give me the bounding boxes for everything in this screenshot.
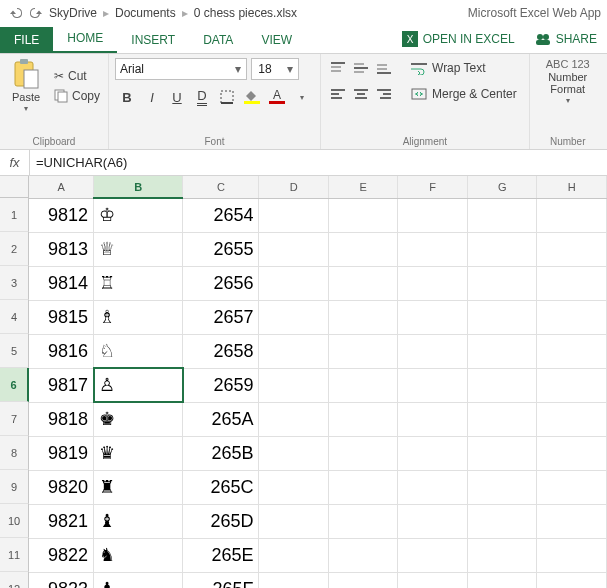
- cell[interactable]: ♟: [94, 572, 183, 588]
- share-button[interactable]: SHARE: [525, 25, 607, 53]
- cut-button[interactable]: ✂ Cut: [52, 68, 102, 84]
- border-button[interactable]: [215, 86, 239, 108]
- cell[interactable]: ♘: [94, 334, 183, 368]
- wrap-text-button[interactable]: Wrap Text: [405, 58, 492, 78]
- cell[interactable]: [537, 402, 607, 436]
- row-header[interactable]: 11: [0, 538, 29, 572]
- cell[interactable]: [467, 368, 537, 402]
- valign-bottom-button[interactable]: [373, 58, 395, 78]
- cell[interactable]: 9819: [29, 436, 93, 470]
- cell[interactable]: [537, 538, 607, 572]
- cell[interactable]: [467, 436, 537, 470]
- halign-right-button[interactable]: [373, 84, 395, 104]
- valign-middle-button[interactable]: [350, 58, 372, 78]
- cell[interactable]: [537, 470, 607, 504]
- cell[interactable]: 9821: [29, 504, 93, 538]
- fill-color-button[interactable]: [240, 86, 264, 108]
- cell[interactable]: 265B: [183, 436, 259, 470]
- open-in-excel-button[interactable]: X OPEN IN EXCEL: [392, 25, 525, 53]
- cell[interactable]: 2655: [183, 232, 259, 266]
- cell[interactable]: 2656: [183, 266, 259, 300]
- cell[interactable]: 265C: [183, 470, 259, 504]
- cell[interactable]: [259, 572, 329, 588]
- cell[interactable]: [259, 198, 329, 232]
- cell[interactable]: [398, 572, 468, 588]
- cell[interactable]: [259, 402, 329, 436]
- cell[interactable]: [398, 198, 468, 232]
- row-header[interactable]: 5: [0, 334, 29, 368]
- cell[interactable]: [328, 538, 398, 572]
- cell[interactable]: [328, 572, 398, 588]
- cell[interactable]: 9818: [29, 402, 93, 436]
- column-header[interactable]: E: [328, 176, 398, 198]
- cell[interactable]: 265A: [183, 402, 259, 436]
- cell[interactable]: 265F: [183, 572, 259, 588]
- tab-insert[interactable]: INSERT: [117, 27, 189, 53]
- cell[interactable]: [328, 300, 398, 334]
- font-color-button[interactable]: A: [265, 86, 289, 108]
- cell[interactable]: [259, 436, 329, 470]
- cell[interactable]: [398, 334, 468, 368]
- cell[interactable]: ♜: [94, 470, 183, 504]
- copy-button[interactable]: Copy: [52, 88, 102, 104]
- cell[interactable]: [259, 300, 329, 334]
- cell[interactable]: [328, 504, 398, 538]
- cell[interactable]: ♔: [94, 198, 183, 232]
- undo-button[interactable]: [6, 3, 26, 23]
- column-header[interactable]: F: [398, 176, 468, 198]
- row-header[interactable]: 4: [0, 300, 29, 334]
- valign-top-button[interactable]: [327, 58, 349, 78]
- cell[interactable]: 9817: [29, 368, 93, 402]
- halign-left-button[interactable]: [327, 84, 349, 104]
- cell[interactable]: [398, 436, 468, 470]
- cell[interactable]: [259, 334, 329, 368]
- breadcrumb-folder[interactable]: Documents: [115, 6, 176, 20]
- row-header[interactable]: 3: [0, 266, 29, 300]
- cell[interactable]: [537, 198, 607, 232]
- cell[interactable]: 9814: [29, 266, 93, 300]
- cell[interactable]: [398, 470, 468, 504]
- cell[interactable]: [328, 334, 398, 368]
- cell[interactable]: [259, 266, 329, 300]
- row-header[interactable]: 12: [0, 572, 29, 588]
- column-header[interactable]: B: [94, 176, 183, 198]
- number-format-button[interactable]: ABC 123 Number Format ▾: [536, 58, 600, 105]
- cell[interactable]: [259, 368, 329, 402]
- cell[interactable]: [467, 402, 537, 436]
- cell[interactable]: 265D: [183, 504, 259, 538]
- cell[interactable]: [467, 266, 537, 300]
- cell[interactable]: 2657: [183, 300, 259, 334]
- cell[interactable]: [398, 266, 468, 300]
- merge-center-button[interactable]: Merge & Center: [405, 84, 523, 104]
- cell[interactable]: ♝: [94, 504, 183, 538]
- cell[interactable]: ♛: [94, 436, 183, 470]
- cell[interactable]: ♗: [94, 300, 183, 334]
- cell[interactable]: [259, 470, 329, 504]
- column-header[interactable]: G: [467, 176, 537, 198]
- font-name-select[interactable]: Arial ▾: [115, 58, 247, 80]
- cell[interactable]: 9812: [29, 198, 93, 232]
- cell[interactable]: [259, 538, 329, 572]
- bold-button[interactable]: B: [115, 86, 139, 108]
- cell[interactable]: [467, 232, 537, 266]
- tab-home[interactable]: HOME: [53, 25, 117, 53]
- cell[interactable]: 9813: [29, 232, 93, 266]
- column-header[interactable]: C: [183, 176, 259, 198]
- cell[interactable]: [537, 266, 607, 300]
- breadcrumb-file[interactable]: 0 chess pieces.xlsx: [194, 6, 297, 20]
- font-size-select[interactable]: 18 ▾: [251, 58, 299, 80]
- cell[interactable]: [398, 368, 468, 402]
- row-header[interactable]: 7: [0, 402, 29, 436]
- cell[interactable]: 2659: [183, 368, 259, 402]
- row-header[interactable]: 10: [0, 504, 29, 538]
- cell[interactable]: ♚: [94, 402, 183, 436]
- cell[interactable]: [467, 504, 537, 538]
- cell[interactable]: [259, 504, 329, 538]
- row-header[interactable]: 1: [0, 198, 29, 232]
- cell[interactable]: [328, 198, 398, 232]
- cell[interactable]: 9823: [29, 572, 93, 588]
- cell[interactable]: [398, 538, 468, 572]
- halign-center-button[interactable]: [350, 84, 372, 104]
- breadcrumb-root[interactable]: SkyDrive: [49, 6, 97, 20]
- cell[interactable]: [328, 232, 398, 266]
